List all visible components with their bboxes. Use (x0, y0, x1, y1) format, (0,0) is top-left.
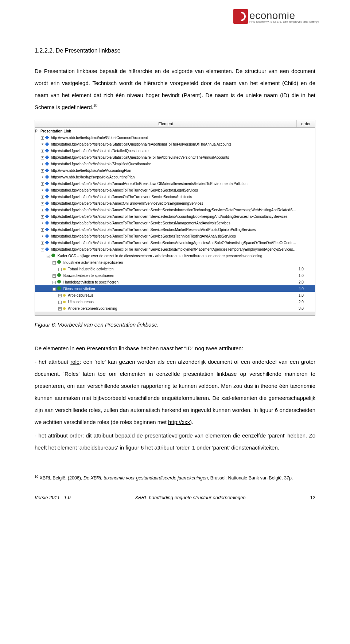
footnote-text-b: , Brussel: Nationale Bank van België, 37… (208, 475, 293, 481)
expand-toggle-icon[interactable]: + (41, 222, 44, 225)
tree-row[interactable]: + http://www.nbb.be/be/fr/pfs/npo/role/A… (35, 174, 315, 180)
expand-toggle-icon[interactable]: + (58, 268, 62, 271)
figure-tree-body: P_ Presentation Link + http://www.nbb.be… (35, 128, 315, 312)
expand-toggle-icon[interactable]: + (41, 136, 44, 140)
tree-row-label: http://statbel.fgov.be/be/br/bs/sbs/role… (50, 142, 232, 146)
attr-order-word: order (70, 432, 82, 439)
footnote-text-a: XBRL België, (2006), (38, 475, 83, 481)
expand-toggle-icon[interactable]: + (41, 176, 44, 179)
tree-row-label: http://statbel.fgov.be/be/br/bs/sbs/role… (50, 221, 230, 225)
tree-row-label: http://statbel.fgov.be/be/br/bs/sbs/role… (50, 228, 256, 232)
leaf-icon (63, 268, 66, 270)
diamond-icon (45, 136, 49, 140)
expand-toggle-icon[interactable]: + (41, 209, 44, 212)
tree-row[interactable]: + http://statbel.fgov.be/be/br/bs/sbs/ro… (35, 213, 315, 220)
diamond-icon (45, 241, 49, 245)
figure-scrollbar-area (35, 312, 315, 315)
tree-root[interactable]: P_ Presentation Link (35, 128, 315, 134)
tree-row[interactable]: + http://statbel.fgov.be/be/br/bs/sbs/ro… (35, 200, 315, 207)
leaf-icon (63, 307, 66, 310)
tree-row-label: Industriële activiteiten te specificeren (62, 261, 123, 265)
expand-toggle-icon[interactable]: − (41, 248, 44, 251)
tree-row-label: http://statbel.fgov.be/be/br/bs/sbs/role… (50, 247, 297, 251)
tree-row-label: Andere personeelsvoorziening (67, 306, 117, 311)
diamond-icon (45, 215, 49, 219)
tree-row[interactable]: + http://statbel.fgov.be/be/br/bs/sbs/ro… (35, 220, 315, 226)
tree-row[interactable]: + Andere personeelsvoorziening3.0 (35, 305, 315, 312)
tree-row[interactable]: + http://www.nbb.be/be/fr/pfs/ci/role/Gl… (35, 134, 315, 141)
tree-row[interactable]: + http://statbel.fgov.be/be/br/bs/sbs/ro… (35, 180, 315, 187)
leaf-icon (63, 294, 66, 297)
paragraph-intro-text: De Presentation linkbase bepaalt de hiër… (35, 68, 315, 110)
expand-toggle-icon[interactable]: + (41, 235, 44, 238)
logo: economie FPS Economy, S.M.E.s, Self-empl… (233, 9, 319, 24)
logo-mark-icon (233, 9, 248, 24)
tree-row-label: http://statbel.fgov.be/be/br/bs/sbs/role… (50, 195, 192, 199)
tree-row-label: Kader OCD - bijlage over de omzet in de … (57, 254, 262, 258)
tree-row[interactable]: − Industriële activiteiten te specificer… (35, 259, 315, 266)
expand-toggle-icon[interactable]: + (41, 196, 44, 199)
tree-row-order: 3.0 (297, 306, 315, 311)
attr-role-end: ). (190, 419, 193, 425)
tree-row-label: http://statbel.fgov.be/be/br/bs/sbs/role… (50, 241, 297, 245)
tree-row-label: http://www.nbb.be/be/fr/pfs/ci/role/Acco… (50, 169, 131, 173)
tree-row[interactable]: + http://statbel.fgov.be/be/br/bs/sbs/ro… (35, 141, 315, 147)
tree-row[interactable]: + http://statbel.fgov.be/be/br/bs/sbs/ro… (35, 147, 315, 154)
expand-toggle-icon[interactable]: + (41, 163, 44, 166)
expand-toggle-icon[interactable]: + (41, 182, 44, 186)
tree-row[interactable]: − Dienstenactiviteiten4.0 (35, 285, 315, 292)
tree-row[interactable]: + Bouwactiviteiten te specificeren1.0 (35, 272, 315, 279)
diamond-icon (45, 208, 49, 212)
tree-row[interactable]: + http://www.nbb.be/be/fr/pfs/ci/role/Ac… (35, 167, 315, 174)
attr-order-prefix: - het attribuut (35, 432, 70, 439)
expand-toggle-icon[interactable]: + (58, 307, 62, 311)
paragraph-attributes-intro: De elementen in een Presentation linkbas… (35, 342, 315, 354)
expand-toggle-icon[interactable]: + (41, 150, 44, 153)
tree-row[interactable]: − Kader OCD - bijlage over de omzet in d… (35, 252, 315, 259)
tree-row[interactable]: + http://statbel.fgov.be/be/br/bs/sbs/ro… (35, 193, 315, 200)
footnote-number: 10 (35, 475, 38, 478)
attr-role-prefix: - het attribuut (35, 359, 70, 365)
expand-toggle-icon[interactable]: + (41, 156, 44, 159)
expand-toggle-icon[interactable]: + (41, 143, 44, 146)
diamond-icon (45, 142, 49, 146)
tree-row[interactable]: + http://statbel.fgov.be/be/br/bs/sbs/ro… (35, 154, 315, 161)
expand-toggle-icon[interactable]: + (52, 281, 56, 284)
footer-version: Versie 2011 - 1.0 (35, 495, 71, 500)
tree-row[interactable]: + http://statbel.fgov.be/be/br/bs/sbs/ro… (35, 207, 315, 213)
expand-toggle-icon[interactable]: − (47, 255, 50, 258)
expand-toggle-icon[interactable]: + (52, 274, 56, 278)
figure-col-element: Element (35, 120, 297, 127)
expand-toggle-icon[interactable]: + (41, 242, 44, 245)
attr-role-httpxxx: http://xxx (168, 419, 190, 425)
tree-row[interactable]: + Uitzendbureaus2.0 (35, 298, 315, 305)
expand-toggle-icon[interactable]: + (41, 228, 44, 232)
tree-row[interactable]: + http://statbel.fgov.be/be/br/bs/sbs/ro… (35, 233, 315, 239)
tree-row[interactable]: + http://statbel.fgov.be/be/br/bs/sbs/ro… (35, 226, 315, 233)
tree-row[interactable]: + Handelsactiviteiten te specificeren2.0 (35, 279, 315, 285)
tree-row-label: http://statbel.fgov.be/be/br/bs/sbs/role… (50, 208, 297, 212)
tree-row[interactable]: + Arbeidsbureaus1.0 (35, 292, 315, 298)
tree-row[interactable]: − http://statbel.fgov.be/be/br/bs/sbs/ro… (35, 246, 315, 252)
expand-toggle-icon[interactable]: + (41, 202, 44, 205)
expand-toggle-icon[interactable]: − (52, 261, 56, 265)
expand-toggle-icon[interactable]: + (58, 294, 62, 297)
figure-caption: Figuur 6: Voorbeeld van een Presentation… (35, 321, 315, 328)
expand-toggle-icon[interactable]: + (41, 189, 44, 192)
expand-toggle-icon[interactable]: + (41, 215, 44, 219)
tree-row[interactable]: + http://statbel.fgov.be/be/br/bs/sbs/ro… (35, 187, 315, 193)
diamond-icon (45, 195, 49, 199)
footnote-ref-10: 10 (93, 104, 97, 108)
tree-row-order: 2.0 (297, 300, 315, 304)
section-heading: 1.2.2.2. De Presentation linkbase (35, 47, 315, 54)
tree-row-label: http://statbel.fgov.be/be/br/bs/sbs/role… (50, 234, 236, 238)
folder-icon (57, 260, 61, 264)
tree-row[interactable]: + Totaal industriële activiteiten1.0 (35, 266, 315, 272)
expand-toggle-icon[interactable]: + (58, 301, 62, 304)
footnote-10: 10 XBRL België, (2006), De XBRL taxonomi… (35, 474, 315, 482)
tree-row[interactable]: + http://statbel.fgov.be/be/br/bs/sbs/ro… (35, 239, 315, 246)
expand-toggle-icon[interactable]: − (52, 288, 56, 291)
tree-row-label: Bouwactiviteiten te specificeren (62, 274, 114, 278)
tree-row[interactable]: + http://statbel.fgov.be/be/br/bs/sbs/ro… (35, 161, 315, 167)
expand-toggle-icon[interactable]: + (41, 169, 44, 173)
